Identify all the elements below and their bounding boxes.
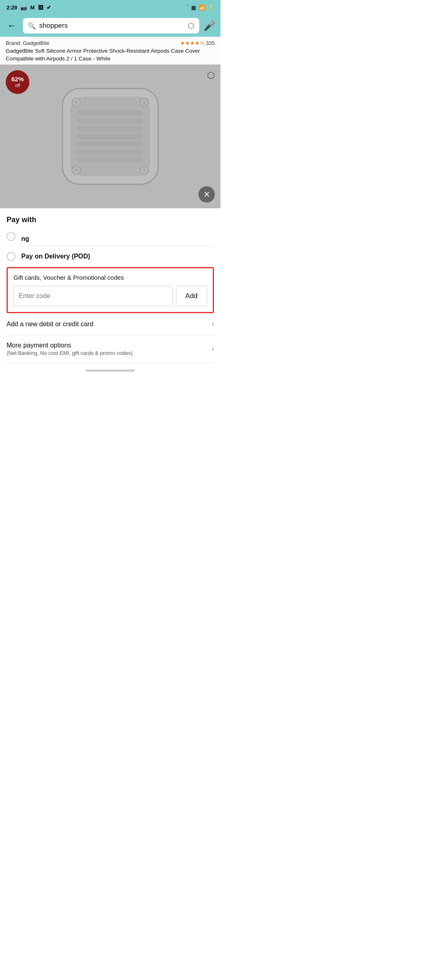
gift-code-input[interactable] xyxy=(13,286,173,306)
gift-input-row: Add xyxy=(13,286,207,306)
gift-cards-section: Gift cards, Voucher & Promotional codes … xyxy=(7,267,214,313)
signal-icon: 📶 xyxy=(198,4,205,11)
product-image: + + + + xyxy=(45,71,176,202)
task-status-icon: ✔ xyxy=(47,4,51,11)
svg-text:+: + xyxy=(75,167,78,173)
time-display: 2:29 xyxy=(7,4,17,11)
more-options-text-wrap: More payment options (Net Banking, No co… xyxy=(7,342,133,356)
home-bar xyxy=(86,370,135,372)
product-area: Brand: GadgetBite ★★★★½ 335 GadgetBite S… xyxy=(0,37,220,208)
discount-badge: 62% off xyxy=(6,70,29,94)
microphone-button[interactable]: 🎤 xyxy=(203,20,216,31)
more-options-label: More payment options xyxy=(7,342,133,349)
gmail-status-icon: M xyxy=(30,4,35,11)
product-image-area: + + + + 62% off ⬡ ✕ xyxy=(0,65,220,208)
discount-percent: 62% xyxy=(11,76,24,83)
back-button[interactable]: ← xyxy=(5,20,19,32)
home-indicator xyxy=(0,363,220,375)
wifi-icon: ▦ xyxy=(191,4,196,11)
svg-rect-8 xyxy=(78,157,143,163)
product-info-bar: Brand: GadgetBite ★★★★½ 335 GadgetBite S… xyxy=(0,37,220,65)
pay-with-title: Pay with xyxy=(7,216,214,224)
photos-status-icon: 🖼 xyxy=(38,4,43,11)
pay-on-delivery-option[interactable]: Pay on Delivery (POD) xyxy=(7,246,214,267)
bluetooth-icon: ʿ︎ xyxy=(187,4,189,11)
svg-text:+: + xyxy=(143,167,145,173)
more-options-section: Add a new debit or credit card › More pa… xyxy=(0,313,220,363)
partial-payment-option: ng xyxy=(7,229,214,246)
svg-rect-7 xyxy=(78,149,143,155)
brand-line: Brand: GadgetBite ★★★★½ 335 xyxy=(6,40,215,46)
review-count: 335 xyxy=(206,40,215,46)
add-code-button[interactable]: Add xyxy=(176,286,207,306)
status-left: 2:29 📷 M 🖼 ✔ xyxy=(7,4,51,11)
more-options-sub: (Net Banking, No cost EMI, gift cards & … xyxy=(7,350,133,356)
add-card-row[interactable]: Add a new debit or credit card › xyxy=(7,313,214,335)
svg-rect-5 xyxy=(78,134,143,139)
camera-status-icon: 📷 xyxy=(20,4,27,11)
more-options-chevron-icon: › xyxy=(212,345,214,353)
partial-option-label: ng xyxy=(21,235,29,243)
product-title: GadgetBite Soft Silicone Armor Protectiv… xyxy=(6,47,215,63)
search-icon: 🔍 xyxy=(28,22,36,30)
add-card-chevron-icon: › xyxy=(212,320,214,328)
share-button[interactable]: ⬡ xyxy=(207,70,215,81)
more-payment-options-row[interactable]: More payment options (Net Banking, No co… xyxy=(7,335,214,363)
svg-text:+: + xyxy=(75,99,78,105)
star-rating: ★★★★½ xyxy=(180,40,204,46)
svg-rect-3 xyxy=(78,118,143,123)
search-bar: ← 🔍 ⬡ 🎤 xyxy=(0,15,220,37)
partial-radio[interactable] xyxy=(7,232,16,241)
gift-section-wrapper: Gift cards, Voucher & Promotional codes … xyxy=(0,267,220,313)
svg-text:+: + xyxy=(143,99,145,105)
status-bar: 2:29 📷 M 🖼 ✔ ʿ︎ ▦ 📶 🔋 xyxy=(0,0,220,15)
discount-off-label: off xyxy=(15,83,20,88)
pod-radio[interactable] xyxy=(7,252,16,261)
brand-text: Brand: GadgetBite xyxy=(6,40,49,46)
status-right: ʿ︎ ▦ 📶 🔋 xyxy=(187,4,214,11)
gift-section-title: Gift cards, Voucher & Promotional codes xyxy=(13,274,207,281)
search-input[interactable] xyxy=(39,22,185,30)
svg-rect-6 xyxy=(78,142,143,147)
payment-section: Pay with ng Pay on Delivery (POD) xyxy=(0,208,220,267)
battery-icon: 🔋 xyxy=(207,4,214,11)
svg-rect-2 xyxy=(78,110,143,116)
svg-rect-4 xyxy=(78,126,143,131)
add-card-label: Add a new debit or credit card xyxy=(7,321,94,328)
search-input-wrap[interactable]: 🔍 ⬡ xyxy=(23,18,199,33)
close-button[interactable]: ✕ xyxy=(198,186,215,203)
camera-search-icon[interactable]: ⬡ xyxy=(188,21,194,30)
pod-label: Pay on Delivery (POD) xyxy=(21,253,90,260)
rating-wrap: ★★★★½ 335 xyxy=(180,40,215,46)
